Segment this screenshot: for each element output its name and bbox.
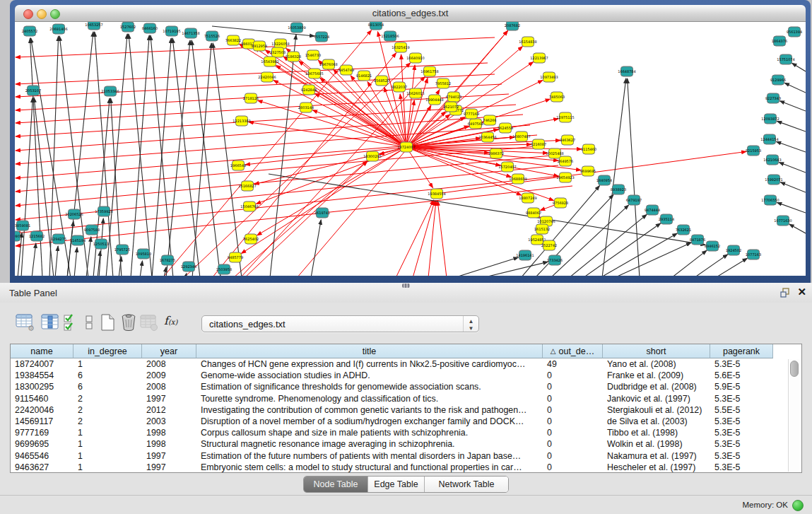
graph-node-9242844[interactable]: 9242844 <box>301 85 317 95</box>
table-cell[interactable]: 2 <box>73 404 142 416</box>
graph-node-16640910[interactable]: 16640910 <box>406 53 424 63</box>
table-row[interactable]: 911546021997Tourette syndrome. Phenomeno… <box>11 393 773 404</box>
graph-node-1077163[interactable]: 1077163 <box>746 250 761 259</box>
graph-node-7515526[interactable]: 7515526 <box>204 31 220 41</box>
tab-node-table[interactable]: Node Table <box>304 477 368 492</box>
graph-node-17359928[interactable]: 17359928 <box>95 206 112 216</box>
table-cell[interactable]: 5.6E-5 <box>710 370 773 381</box>
graph-node-1527602[interactable]: 1527602 <box>120 22 136 32</box>
table-cell[interactable]: 0 <box>543 438 603 450</box>
new-column-icon[interactable] <box>99 313 116 334</box>
graph-node-8454749[interactable]: 8454749 <box>339 65 354 75</box>
table-cell[interactable]: Jankovic et al. (1997) <box>603 393 710 404</box>
graph-node-1924502[interactable]: 1924502 <box>726 245 741 255</box>
graph-node-2087682[interactable]: 2087682 <box>505 22 520 30</box>
table-cell[interactable]: 2009 <box>142 370 196 381</box>
table-row[interactable]: 1456911722003Disruption of a novel membe… <box>11 416 773 427</box>
table-cell[interactable]: Yano et al. (2008) <box>603 358 710 370</box>
vertical-scrollbar[interactable] <box>788 359 799 472</box>
table-cell[interactable]: 9465546 <box>11 450 73 462</box>
table-cell[interactable]: Estimation of significance thresholds fo… <box>196 381 543 392</box>
graph-node-15992071[interactable]: 15992071 <box>765 175 782 185</box>
scrollbar-thumb[interactable] <box>790 361 799 377</box>
graph-node-16053809[interactable]: 16053809 <box>288 23 305 33</box>
graph-node-9146821[interactable]: 9146821 <box>356 71 372 81</box>
graph-node-12093872[interactable]: 12093872 <box>761 114 779 124</box>
table-cell[interactable]: 1 <box>73 358 142 370</box>
table-cell[interactable]: de Silva et al. (2003) <box>603 416 710 427</box>
graph-node-8813054[interactable]: 8813054 <box>368 22 384 30</box>
graph-node-2803144[interactable]: 2803144 <box>298 103 314 112</box>
table-cell[interactable]: Investigating the contribution of common… <box>196 404 543 416</box>
table-cell[interactable]: 1 <box>73 462 142 473</box>
table-cell[interactable]: 2 <box>73 393 142 404</box>
panel-splitter-handle[interactable] <box>402 284 410 288</box>
graph-node-7485063[interactable]: 7485063 <box>549 92 565 102</box>
graph-node-8822037[interactable]: 8822037 <box>392 82 407 92</box>
graph-node-746266[interactable]: 746266 <box>483 115 496 125</box>
graph-node-8215953[interactable]: 8215953 <box>746 146 761 156</box>
graph-node-2053107[interactable]: 2053107 <box>25 86 41 95</box>
table-cell[interactable]: 5.5E-5 <box>710 404 773 416</box>
graph-node-6216087[interactable]: 6216087 <box>531 139 546 149</box>
graph-node-10807487[interactable]: 10807487 <box>512 132 530 141</box>
graph-node-9129966[interactable]: 9129966 <box>770 75 786 85</box>
table-cell[interactable]: 6 <box>73 381 142 392</box>
graph-node-6497568[interactable]: 6497568 <box>468 119 483 129</box>
table-cell[interactable]: 0 <box>543 416 603 427</box>
table-cell[interactable]: 5.3E-5 <box>710 393 773 404</box>
graph-node-18807249[interactable]: 18807249 <box>519 193 536 203</box>
table-cell[interactable]: 5.3E-5 <box>710 427 773 438</box>
table-cell[interactable]: Dudbridge et al. (2008) <box>603 381 710 392</box>
graph-node-19904448[interactable]: 19904448 <box>425 95 443 105</box>
table-row[interactable]: 969969511998Structural magnetic resonanc… <box>11 438 773 450</box>
table-cell[interactable]: 0 <box>543 393 603 404</box>
graph-node-15720407[interactable]: 15720407 <box>498 162 516 172</box>
table-cell[interactable]: 0 <box>543 381 603 392</box>
table-row[interactable]: 2242004622012Investigating the contribut… <box>11 404 773 416</box>
graph-node-2405572[interactable]: 2405572 <box>22 26 37 36</box>
table-cell[interactable]: 18300295 <box>11 381 73 392</box>
graph-node-12213383[interactable]: 12213383 <box>233 116 250 126</box>
graph-node-7955812[interactable]: 7955812 <box>435 78 451 88</box>
graph-node-9327503[interactable]: 9327503 <box>270 47 286 57</box>
table-cell[interactable]: 1998 <box>142 438 196 450</box>
table-cell[interactable]: 5.3E-5 <box>710 438 773 450</box>
table-cell[interactable]: Embryonic stem cells: a model to study s… <box>196 462 543 473</box>
table-mode-icon[interactable]: ⚙ <box>16 313 36 334</box>
table-cell[interactable]: 49 <box>543 358 603 370</box>
column-header-name[interactable]: name <box>11 344 73 358</box>
graph-node-6479197[interactable]: 6479197 <box>626 195 642 205</box>
column-header-year[interactable]: year <box>142 344 196 358</box>
node-table[interactable]: namein_degreeyeartitle△out_de…shortpager… <box>10 344 802 473</box>
graph-node-3859081[interactable]: 3859081 <box>15 221 30 230</box>
graph-node-9115460[interactable]: 9115460 <box>581 144 596 154</box>
table-cell[interactable]: 0 <box>543 427 603 438</box>
table-cell[interactable]: 1 <box>73 427 142 438</box>
graph-node-19654923[interactable]: 19654923 <box>556 173 574 182</box>
graph-node-16961758[interactable]: 16961758 <box>420 66 438 76</box>
table-cell[interactable]: Genome-wide association studies in ADHD. <box>196 370 543 381</box>
graph-node-1966549[interactable]: 1966549 <box>230 160 246 170</box>
show-columns-icon[interactable] <box>41 313 59 334</box>
graph-node-9474444[interactable]: 9474444 <box>645 205 660 215</box>
table-cell[interactable]: 6 <box>73 370 142 381</box>
citation-network-graph[interactable]: 2405572206914061065325715276028466160107… <box>15 22 806 276</box>
graph-node-7663822[interactable]: 7663822 <box>225 35 241 45</box>
graph-node-9699695[interactable]: 9699695 <box>580 166 596 176</box>
graph-node-15166827[interactable]: 15166827 <box>238 181 256 191</box>
graph-node-7986372[interactable]: 7986372 <box>488 148 504 158</box>
column-header-in_degree[interactable]: in_degree <box>73 344 142 358</box>
graph-node-21053346[interactable]: 21053346 <box>101 86 119 96</box>
table-cell[interactable]: 0 <box>543 404 603 416</box>
graph-node-7625402[interactable]: 7625402 <box>243 234 259 244</box>
graph-node-1733426[interactable]: 1733426 <box>547 255 563 265</box>
graph-node-1568520[interactable]: 1568520 <box>374 76 389 86</box>
table-cell[interactable]: Hescheler et al. (1997) <box>603 462 710 473</box>
graph-node-1503958[interactable]: 1503958 <box>216 264 232 274</box>
graph-node-9756928[interactable]: 9756928 <box>553 198 568 208</box>
column-header-pagerank[interactable]: pagerank <box>710 344 773 358</box>
graph-node-7557224[interactable]: 7557224 <box>314 32 329 42</box>
function-builder-icon[interactable]: f(x) <box>164 314 177 327</box>
tab-network-table[interactable]: Network Table <box>425 477 508 492</box>
